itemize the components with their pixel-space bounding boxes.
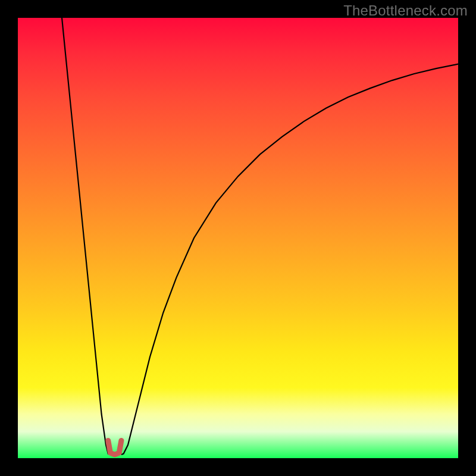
outer-frame: TheBottleneck.com: [0, 0, 476, 476]
valley-marker-curve: [108, 440, 121, 455]
curve-layer: [18, 18, 458, 458]
watermark-text: TheBottleneck.com: [343, 2, 468, 19]
plot-area: [18, 18, 458, 458]
right-branch-curve: [121, 64, 458, 455]
left-branch-curve: [62, 18, 112, 455]
